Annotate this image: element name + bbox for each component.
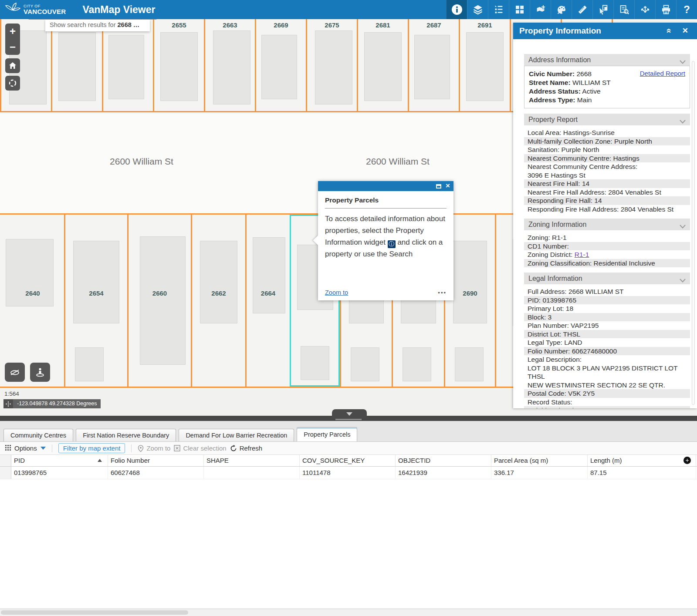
map-parcel[interactable]: 2647 — [51, 19, 102, 111]
section-legal-information[interactable]: Legal Information — [524, 273, 690, 284]
maximize-icon[interactable] — [436, 184, 441, 189]
filter-by-map-extent-button[interactable]: Filter by map extent — [58, 443, 125, 453]
column-header[interactable]: PID — [11, 455, 108, 466]
building-footprint — [108, 35, 144, 99]
section-property-report[interactable]: Property Report — [524, 114, 690, 125]
share-tool-button[interactable] — [634, 0, 655, 19]
section-title: Zoning Information — [528, 221, 586, 229]
table-cell: 11011478 — [300, 467, 396, 479]
clear-selection-button[interactable]: Clear selection — [174, 444, 226, 452]
info-row: Folio Number: 606274680000 — [524, 347, 690, 356]
draw-tool-button[interactable] — [551, 0, 572, 19]
building-footprint — [160, 32, 198, 101]
search-suggestion[interactable]: Show search results for 2668 … — [45, 20, 150, 31]
detailed-report-link[interactable]: Detailed Report — [640, 70, 685, 77]
parcel-number-label: 2691 — [460, 21, 510, 29]
print-tool-button[interactable] — [655, 0, 676, 19]
popup-titlebar: × — [318, 181, 453, 191]
help-icon: ? — [683, 3, 690, 16]
info-row: Zoning: R1-1 — [524, 233, 690, 242]
zoom-in-button[interactable]: + — [5, 24, 20, 39]
logo-text-bottom: VANCOUVER — [24, 8, 66, 15]
panel-scrollbar[interactable] — [692, 61, 695, 405]
measure-tool-button[interactable] — [572, 0, 592, 19]
add-column-options-button[interactable]: + — [683, 457, 691, 464]
add-data-tool-button[interactable] — [530, 0, 551, 19]
layers-tool-button[interactable] — [467, 0, 488, 19]
garage-footprint — [455, 347, 484, 381]
zoom-control: + − — [5, 24, 20, 55]
attribute-panel-collapse-tab[interactable] — [332, 409, 367, 419]
map-parcel[interactable]: 2675 — [306, 19, 357, 111]
tab-property-parcels[interactable]: Property Parcels — [297, 427, 357, 441]
map-parcel[interactable]: 2662 — [191, 215, 245, 387]
column-header[interactable]: Parcel Area (sq m) — [491, 455, 588, 466]
building-footprint — [364, 32, 402, 101]
layers-icon — [473, 4, 483, 15]
chevron-down-icon — [680, 118, 686, 125]
coordinate-widget[interactable]: -123.049878 49.274328 Degrees — [3, 399, 101, 408]
section-zoning-information[interactable]: Zoning Information — [524, 219, 690, 230]
help-tool-button[interactable]: ? — [676, 0, 697, 19]
map-parcel[interactable]: 2655 — [153, 19, 204, 111]
tab-demand-for-low-barrier-recreation[interactable]: Demand For Low Barrier Recreation — [179, 429, 294, 441]
tab-community-centres[interactable]: Community Centres — [3, 429, 73, 441]
table-row[interactable]: 013998765606274681101147816421939336.178… — [0, 467, 697, 479]
refresh-button[interactable]: Refresh — [230, 444, 263, 452]
column-header[interactable]: COV_SOURCE_KEY — [300, 455, 396, 466]
more-options-icon[interactable]: ••• — [438, 289, 447, 296]
section-title: Property Report — [528, 116, 578, 124]
coordinate-readout: -123.049878 49.274328 Degrees — [13, 399, 101, 408]
search-attributes-tool-button[interactable] — [613, 0, 634, 19]
home-button[interactable] — [5, 58, 20, 73]
zoom-to-link[interactable]: Zoom to — [325, 289, 348, 296]
toolbar-separator — [52, 444, 52, 452]
map-parcel[interactable]: 2663 — [204, 19, 255, 111]
collapse-icon[interactable]: « — [664, 28, 674, 33]
horizontal-scrollbar[interactable] — [0, 609, 697, 616]
map-parcel[interactable]: 2664 — [245, 215, 290, 387]
garage-footprint — [403, 347, 431, 381]
map-parcel[interactable]: 2691 — [459, 19, 510, 111]
grid-icon — [5, 445, 12, 451]
basemap-gallery-tool-button[interactable] — [509, 0, 530, 19]
building-footprint — [200, 241, 237, 323]
info-tool-button[interactable] — [446, 0, 467, 19]
select-tool-button[interactable] — [592, 0, 613, 19]
toolbar-separator — [131, 444, 132, 452]
info-row: Nearest Fire Hall Address: 2804 Venables… — [524, 188, 690, 197]
locate-button[interactable] — [5, 76, 20, 91]
close-icon[interactable]: × — [446, 182, 450, 189]
zoom-out-button[interactable]: − — [5, 39, 20, 55]
street-name-label: 2600 William St — [89, 156, 194, 167]
map-parcel[interactable]: 2640 — [0, 215, 64, 387]
select-cursor-icon — [598, 4, 609, 15]
crosshair-icon[interactable] — [3, 399, 13, 408]
map-parcel[interactable]: 2687 — [408, 19, 459, 111]
close-icon[interactable]: ✕ — [682, 26, 688, 35]
oblique-view-button[interactable] — [5, 363, 25, 382]
column-header[interactable]: Folio Number — [108, 455, 204, 466]
parcel-number-label: 2662 — [192, 289, 245, 297]
table-cell: 87.15 — [588, 467, 696, 479]
section-address-information[interactable]: Address Information — [524, 54, 690, 66]
options-menu-button[interactable]: Options — [5, 444, 46, 452]
legend-tool-button[interactable] — [488, 0, 509, 19]
scrollbar-thumb[interactable] — [1, 610, 188, 615]
oblique-view-icon — [9, 367, 20, 378]
column-header[interactable]: OBJECTID — [396, 455, 491, 466]
map-parcel[interactable]: 2660 — [127, 215, 191, 387]
row-selector-cell[interactable] — [0, 467, 11, 479]
zoning-district-link[interactable]: R1-1 — [575, 251, 589, 258]
map-parcel[interactable]: 2654 — [64, 215, 127, 387]
map-parcel[interactable]: 2651 — [102, 19, 153, 111]
chevron-down-icon — [41, 447, 46, 450]
column-header[interactable]: Length (m) — [588, 455, 696, 466]
map-parcel[interactable]: 2669 — [255, 19, 306, 111]
map-parcel[interactable]: 2681 — [357, 19, 408, 111]
column-header[interactable]: SHAPE — [204, 455, 300, 466]
street-view-button[interactable] — [30, 363, 50, 382]
tab-first-nation-reserve-boundary[interactable]: First Nation Reserve Boundary — [76, 429, 176, 441]
map-scale-label: 1:564 — [4, 390, 19, 397]
zoom-to-button[interactable]: Zoom to — [138, 444, 170, 452]
